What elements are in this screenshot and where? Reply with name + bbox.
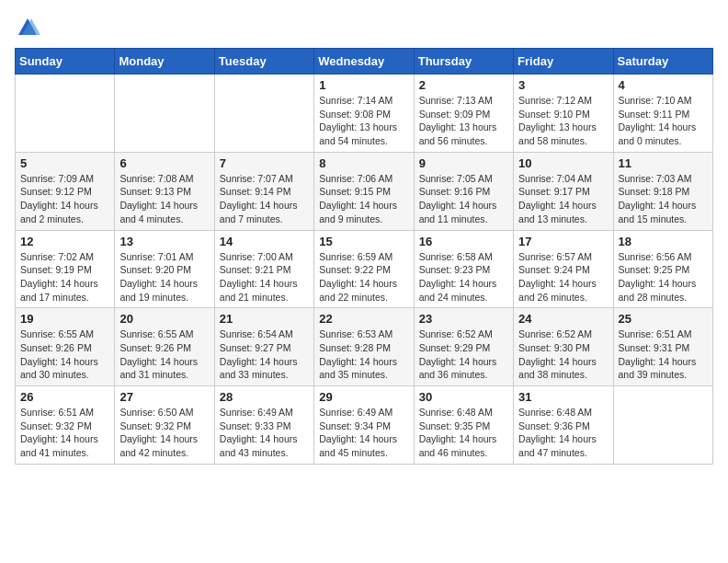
calendar-cell: 17Sunrise: 6:57 AM Sunset: 9:24 PM Dayli… xyxy=(514,230,613,308)
day-info: Sunrise: 7:03 AM Sunset: 9:18 PM Dayligh… xyxy=(619,172,708,226)
calendar-cell: 22Sunrise: 6:53 AM Sunset: 9:28 PM Dayli… xyxy=(314,308,414,386)
day-number: 8 xyxy=(319,156,408,170)
calendar-cell: 24Sunrise: 6:52 AM Sunset: 9:30 PM Dayli… xyxy=(514,308,613,386)
day-info: Sunrise: 7:08 AM Sunset: 9:13 PM Dayligh… xyxy=(119,172,209,226)
day-number: 13 xyxy=(119,235,209,248)
logo-icon xyxy=(15,15,40,40)
calendar-cell: 3Sunrise: 7:12 AM Sunset: 9:10 PM Daylig… xyxy=(514,75,613,153)
calendar-cell xyxy=(214,75,313,153)
calendar-cell: 27Sunrise: 6:50 AM Sunset: 9:32 PM Dayli… xyxy=(115,386,214,465)
calendar-cell: 7Sunrise: 7:07 AM Sunset: 9:14 PM Daylig… xyxy=(214,152,313,230)
day-info: Sunrise: 7:09 AM Sunset: 9:12 PM Dayligh… xyxy=(20,172,109,226)
day-info: Sunrise: 7:04 AM Sunset: 9:17 PM Dayligh… xyxy=(518,172,608,226)
day-number: 20 xyxy=(119,312,209,326)
day-number: 26 xyxy=(20,390,109,404)
calendar-cell: 20Sunrise: 6:55 AM Sunset: 9:26 PM Dayli… xyxy=(115,308,214,386)
calendar-week-row: 12Sunrise: 7:02 AM Sunset: 9:19 PM Dayli… xyxy=(16,230,713,308)
day-info: Sunrise: 6:54 AM Sunset: 9:27 PM Dayligh… xyxy=(220,327,309,382)
day-number: 19 xyxy=(20,312,109,326)
day-number: 10 xyxy=(518,156,608,170)
day-number: 7 xyxy=(220,156,309,170)
day-number: 9 xyxy=(419,156,508,170)
day-number: 5 xyxy=(20,156,109,170)
day-number: 2 xyxy=(419,78,508,92)
weekday-header: Sunday xyxy=(16,49,115,75)
calendar-week-row: 19Sunrise: 6:55 AM Sunset: 9:26 PM Dayli… xyxy=(16,308,713,386)
weekday-header: Monday xyxy=(115,49,214,75)
day-number: 29 xyxy=(319,390,408,404)
calendar-cell: 11Sunrise: 7:03 AM Sunset: 9:18 PM Dayli… xyxy=(613,152,712,230)
calendar-week-row: 1Sunrise: 7:14 AM Sunset: 9:08 PM Daylig… xyxy=(16,75,713,153)
calendar-cell xyxy=(16,75,115,153)
day-number: 25 xyxy=(619,312,708,326)
day-info: Sunrise: 6:48 AM Sunset: 9:35 PM Dayligh… xyxy=(419,406,508,460)
day-info: Sunrise: 6:59 AM Sunset: 9:22 PM Dayligh… xyxy=(319,250,408,304)
calendar-cell: 2Sunrise: 7:13 AM Sunset: 9:09 PM Daylig… xyxy=(414,75,513,153)
weekday-header: Saturday xyxy=(613,49,712,75)
calendar-cell: 6Sunrise: 7:08 AM Sunset: 9:13 PM Daylig… xyxy=(115,152,214,230)
calendar-week-row: 5Sunrise: 7:09 AM Sunset: 9:12 PM Daylig… xyxy=(16,152,713,230)
day-info: Sunrise: 6:56 AM Sunset: 9:25 PM Dayligh… xyxy=(619,250,708,304)
day-number: 31 xyxy=(518,390,608,404)
calendar-cell xyxy=(613,386,712,465)
day-info: Sunrise: 6:57 AM Sunset: 9:24 PM Dayligh… xyxy=(518,250,608,304)
day-number: 12 xyxy=(20,235,109,248)
day-number: 24 xyxy=(518,312,608,326)
day-number: 21 xyxy=(220,312,309,326)
day-info: Sunrise: 6:53 AM Sunset: 9:28 PM Dayligh… xyxy=(319,327,408,382)
calendar-cell: 19Sunrise: 6:55 AM Sunset: 9:26 PM Dayli… xyxy=(16,308,115,386)
day-info: Sunrise: 7:10 AM Sunset: 9:11 PM Dayligh… xyxy=(619,94,708,148)
day-number: 22 xyxy=(319,312,408,326)
calendar-cell: 26Sunrise: 6:51 AM Sunset: 9:32 PM Dayli… xyxy=(16,386,115,465)
day-info: Sunrise: 7:14 AM Sunset: 9:08 PM Dayligh… xyxy=(319,94,408,148)
weekday-header-row: SundayMondayTuesdayWednesdayThursdayFrid… xyxy=(16,49,713,75)
day-number: 15 xyxy=(319,235,408,248)
calendar-cell xyxy=(115,75,214,153)
day-number: 16 xyxy=(419,235,508,248)
calendar-cell: 29Sunrise: 6:49 AM Sunset: 9:34 PM Dayli… xyxy=(314,386,414,465)
day-info: Sunrise: 6:51 AM Sunset: 9:31 PM Dayligh… xyxy=(619,327,708,382)
calendar-cell: 21Sunrise: 6:54 AM Sunset: 9:27 PM Dayli… xyxy=(214,308,313,386)
day-info: Sunrise: 6:52 AM Sunset: 9:29 PM Dayligh… xyxy=(419,327,508,382)
day-number: 17 xyxy=(518,235,608,248)
day-info: Sunrise: 7:01 AM Sunset: 9:20 PM Dayligh… xyxy=(119,250,209,304)
day-number: 4 xyxy=(619,78,708,92)
calendar-cell: 23Sunrise: 6:52 AM Sunset: 9:29 PM Dayli… xyxy=(414,308,513,386)
calendar-cell: 25Sunrise: 6:51 AM Sunset: 9:31 PM Dayli… xyxy=(613,308,712,386)
day-number: 27 xyxy=(119,390,209,404)
logo xyxy=(15,15,44,40)
calendar-cell: 4Sunrise: 7:10 AM Sunset: 9:11 PM Daylig… xyxy=(613,75,712,153)
day-info: Sunrise: 7:07 AM Sunset: 9:14 PM Dayligh… xyxy=(220,172,309,226)
calendar-cell: 9Sunrise: 7:05 AM Sunset: 9:16 PM Daylig… xyxy=(414,152,513,230)
day-info: Sunrise: 7:12 AM Sunset: 9:10 PM Dayligh… xyxy=(518,94,608,148)
calendar-cell: 15Sunrise: 6:59 AM Sunset: 9:22 PM Dayli… xyxy=(314,230,414,308)
calendar-cell: 18Sunrise: 6:56 AM Sunset: 9:25 PM Dayli… xyxy=(613,230,712,308)
calendar-cell: 10Sunrise: 7:04 AM Sunset: 9:17 PM Dayli… xyxy=(514,152,613,230)
calendar-cell: 31Sunrise: 6:48 AM Sunset: 9:36 PM Dayli… xyxy=(514,386,613,465)
calendar-week-row: 26Sunrise: 6:51 AM Sunset: 9:32 PM Dayli… xyxy=(16,386,713,465)
weekday-header: Wednesday xyxy=(314,49,414,75)
day-number: 3 xyxy=(518,78,608,92)
calendar-cell: 12Sunrise: 7:02 AM Sunset: 9:19 PM Dayli… xyxy=(16,230,115,308)
day-info: Sunrise: 6:50 AM Sunset: 9:32 PM Dayligh… xyxy=(119,406,209,460)
day-info: Sunrise: 7:13 AM Sunset: 9:09 PM Dayligh… xyxy=(419,94,508,148)
page-header xyxy=(15,15,713,40)
day-info: Sunrise: 7:06 AM Sunset: 9:15 PM Dayligh… xyxy=(319,172,408,226)
day-info: Sunrise: 6:49 AM Sunset: 9:34 PM Dayligh… xyxy=(319,406,408,460)
day-info: Sunrise: 6:51 AM Sunset: 9:32 PM Dayligh… xyxy=(20,406,109,460)
day-info: Sunrise: 6:55 AM Sunset: 9:26 PM Dayligh… xyxy=(119,327,209,382)
weekday-header: Thursday xyxy=(414,49,513,75)
day-number: 23 xyxy=(419,312,508,326)
day-number: 6 xyxy=(119,156,209,170)
day-number: 11 xyxy=(619,156,708,170)
day-info: Sunrise: 6:52 AM Sunset: 9:30 PM Dayligh… xyxy=(518,327,608,382)
day-number: 14 xyxy=(220,235,309,248)
day-number: 18 xyxy=(619,235,708,248)
calendar-cell: 14Sunrise: 7:00 AM Sunset: 9:21 PM Dayli… xyxy=(214,230,313,308)
day-info: Sunrise: 7:00 AM Sunset: 9:21 PM Dayligh… xyxy=(220,250,309,304)
day-info: Sunrise: 6:49 AM Sunset: 9:33 PM Dayligh… xyxy=(220,406,309,460)
day-info: Sunrise: 7:02 AM Sunset: 9:19 PM Dayligh… xyxy=(20,250,109,304)
day-number: 30 xyxy=(419,390,508,404)
weekday-header: Tuesday xyxy=(214,49,313,75)
calendar-cell: 13Sunrise: 7:01 AM Sunset: 9:20 PM Dayli… xyxy=(115,230,214,308)
